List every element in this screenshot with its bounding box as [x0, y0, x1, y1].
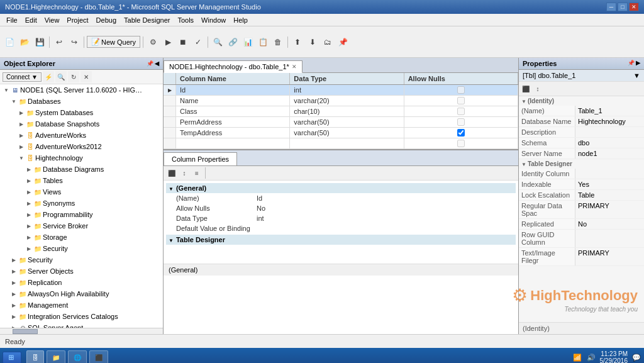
tb-btn-12[interactable]: 🗂	[321, 35, 335, 49]
oe-pin-icon[interactable]: 📌	[147, 60, 153, 67]
props-identity-header[interactable]: (Identity)	[519, 96, 644, 106]
expander-server-objects[interactable]	[10, 267, 18, 275]
tb-btn-4[interactable]: ✓	[191, 35, 205, 49]
menu-project[interactable]: Project	[63, 15, 92, 25]
expander-hightechnology[interactable]	[18, 154, 25, 162]
props-arrow-icon[interactable]: ▶	[636, 60, 640, 67]
allownulls-checkbox-id[interactable]	[457, 86, 465, 94]
row-datatype-permaddress[interactable]: varchar(50)	[290, 117, 404, 127]
menu-help[interactable]: Help	[230, 15, 252, 25]
expander-security-db[interactable]	[25, 245, 33, 252]
tree-item-databases[interactable]: 📁 Databases	[0, 96, 163, 107]
expander-views[interactable]	[25, 188, 33, 196]
expander-integration[interactable]	[10, 313, 18, 320]
expander-tables[interactable]	[25, 177, 33, 184]
tree-item-adventure[interactable]: 🗄 AdventureWorks	[0, 130, 163, 141]
row-name-empty[interactable]	[176, 138, 290, 148]
tb-btn-7[interactable]: 📊	[241, 35, 255, 49]
expander-server[interactable]	[3, 86, 10, 94]
tree-item-db-snap[interactable]: 📁 Database Snapshots	[0, 118, 163, 130]
row-allownulls-class[interactable]	[404, 106, 518, 116]
oe-hscroll[interactable]	[0, 328, 163, 334]
menu-table-designer[interactable]: Table Designer	[120, 15, 174, 25]
col-props-tab-button[interactable]: Column Properties	[164, 152, 237, 165]
tree-item-hightechnology[interactable]: 🗄 Hightechnology	[0, 152, 163, 164]
taskbar-explorer-btn[interactable]: 📁	[47, 350, 65, 363]
taskbar-ie-btn[interactable]: 🌐	[68, 350, 87, 363]
tb-btn-9[interactable]: 🗑	[271, 35, 285, 49]
tree-item-security[interactable]: 📁 Security	[0, 254, 163, 265]
row-name-permaddress[interactable]: PermAddress	[176, 117, 290, 127]
start-button[interactable]: ⊞	[3, 352, 21, 364]
col-props-general-expander[interactable]	[169, 184, 174, 192]
tree-item-views[interactable]: 📁 Views	[0, 186, 163, 198]
expander-adventure[interactable]	[18, 131, 25, 139]
menu-debug[interactable]: Debug	[92, 15, 120, 25]
props-tabledesigner-header[interactable]: Table Designer	[519, 159, 644, 169]
menu-file[interactable]: File	[3, 15, 21, 25]
expander-service-broker[interactable]	[25, 222, 33, 230]
allownulls-checkbox-permaddress[interactable]	[457, 118, 465, 126]
expander-alwayson[interactable]	[10, 290, 18, 298]
oe-tb-4[interactable]: ✕	[80, 71, 92, 82]
tb-btn-13[interactable]: 📌	[336, 35, 350, 49]
props-pin-icon[interactable]: 📌	[628, 60, 635, 67]
menu-tools[interactable]: Tools	[174, 15, 197, 25]
props-dropdown-arrow[interactable]: ▼	[633, 72, 640, 79]
allownulls-checkbox-tempaddress[interactable]	[457, 129, 465, 137]
save-btn[interactable]: 💾	[33, 35, 47, 49]
props-tb-1[interactable]: ⬛	[520, 83, 531, 94]
row-allownulls-tempaddress[interactable]	[404, 128, 518, 138]
row-datatype-empty[interactable]	[290, 138, 404, 148]
col-props-tb-3[interactable]: ≡	[191, 167, 203, 179]
tb-btn-8[interactable]: 📋	[256, 35, 270, 49]
row-name-name[interactable]: Name	[176, 96, 290, 106]
expander-security[interactable]	[10, 256, 18, 264]
new-query-button[interactable]: 📝 New Query	[87, 36, 140, 48]
row-datatype-name[interactable]: varchar(20)	[290, 96, 404, 106]
tb-btn-1[interactable]: ⚙	[146, 35, 160, 49]
menu-edit[interactable]: Edit	[21, 15, 41, 25]
tree-item-server-objects[interactable]: 📁 Server Objects	[0, 265, 163, 277]
expander-replication[interactable]	[10, 279, 18, 286]
tree-item-sys-dbs[interactable]: 📁 System Databases	[0, 107, 163, 118]
table-row-name[interactable]: Name varchar(20)	[164, 96, 518, 106]
col-props-tb-2[interactable]: ↕	[179, 167, 190, 179]
undo-btn[interactable]: ↩	[52, 35, 66, 49]
expander-synonyms[interactable]	[25, 199, 33, 207]
menu-window[interactable]: Window	[197, 15, 230, 25]
tree-item-management[interactable]: 📁 Management	[0, 299, 163, 311]
expander-db-snap[interactable]	[18, 120, 25, 128]
tree-item-integration[interactable]: 📁 Integration Services Catalogs	[0, 311, 163, 322]
col-props-tb-1[interactable]: ⬛	[166, 167, 177, 179]
props-tabledesigner-expander[interactable]	[521, 160, 526, 167]
oe-tb-2[interactable]: 🔍	[55, 71, 67, 82]
new-file-btn[interactable]: 📄	[3, 35, 16, 49]
expander-management[interactable]	[10, 301, 18, 309]
table-row-tempaddress[interactable]: TempAddress varchar(50)	[164, 128, 518, 138]
props-tb-2[interactable]: ↕	[532, 83, 543, 94]
row-allownulls-name[interactable]	[404, 96, 518, 106]
tb-btn-3[interactable]: ⏹	[176, 35, 190, 49]
close-button[interactable]: ✕	[629, 3, 639, 11]
row-allownulls-permaddress[interactable]	[404, 117, 518, 127]
tree-item-storage[interactable]: 📁 Storage	[0, 232, 163, 243]
menu-view[interactable]: View	[41, 15, 64, 25]
tree-item-replication[interactable]: 📁 Replication	[0, 277, 163, 288]
props-identity-expander[interactable]	[521, 98, 526, 104]
row-name-id[interactable]: Id	[176, 85, 290, 95]
table-row-permaddress[interactable]: PermAddress varchar(50)	[164, 117, 518, 128]
expander-adventure2012[interactable]	[18, 143, 25, 150]
tree-item-adventure2012[interactable]: 🗄 AdventureWorks2012	[0, 141, 163, 152]
allownulls-checkbox-empty[interactable]	[457, 140, 465, 147]
oe-connect-button[interactable]: Connect ▼	[3, 72, 42, 82]
tb-btn-6[interactable]: 🔗	[226, 35, 240, 49]
tree-item-db-diagrams[interactable]: 📁 Database Diagrams	[0, 164, 163, 175]
table-tab-close[interactable]: ✕	[292, 64, 297, 70]
tree-item-programmability[interactable]: 📁 Programmability	[0, 209, 163, 220]
expander-programmability[interactable]	[25, 211, 33, 218]
col-props-general-header[interactable]: (General)	[166, 183, 516, 193]
tb-btn-5[interactable]: 🔍	[211, 35, 225, 49]
tree-item-security-db[interactable]: 📁 Security	[0, 243, 163, 254]
allownulls-checkbox-name[interactable]	[457, 97, 465, 104]
